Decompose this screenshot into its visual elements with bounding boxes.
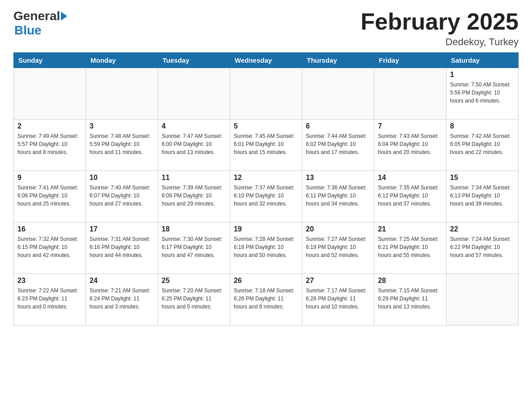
day-number: 2 (17, 122, 82, 130)
calendar-cell (302, 68, 374, 120)
calendar-cell: 19Sunrise: 7:28 AM Sunset: 6:18 PM Dayli… (230, 223, 302, 274)
day-info: Sunrise: 7:37 AM Sunset: 6:10 PM Dayligh… (234, 184, 298, 208)
day-number: 27 (306, 277, 370, 285)
day-info: Sunrise: 7:49 AM Sunset: 5:57 PM Dayligh… (17, 132, 82, 156)
calendar-week-row: 23Sunrise: 7:22 AM Sunset: 6:23 PM Dayli… (14, 274, 519, 325)
day-number: 3 (90, 122, 154, 130)
day-header-wednesday: Wednesday (230, 53, 302, 68)
calendar-cell: 24Sunrise: 7:21 AM Sunset: 6:24 PM Dayli… (86, 274, 158, 325)
day-header-friday: Friday (374, 53, 446, 68)
calendar-cell: 9Sunrise: 7:41 AM Sunset: 6:06 PM Daylig… (14, 171, 86, 223)
day-number: 28 (378, 277, 442, 285)
calendar-cell: 13Sunrise: 7:36 AM Sunset: 6:11 PM Dayli… (302, 171, 374, 223)
day-number: 25 (162, 277, 226, 285)
day-number: 12 (234, 174, 298, 182)
calendar-cell (158, 68, 230, 120)
day-number: 10 (90, 174, 154, 182)
calendar-cell: 8Sunrise: 7:42 AM Sunset: 6:05 PM Daylig… (446, 120, 519, 171)
day-info: Sunrise: 7:27 AM Sunset: 6:19 PM Dayligh… (306, 235, 370, 259)
calendar-cell (446, 274, 519, 325)
day-number: 8 (450, 122, 515, 130)
day-info: Sunrise: 7:40 AM Sunset: 6:07 PM Dayligh… (90, 184, 154, 208)
day-number: 17 (90, 225, 154, 233)
day-header-tuesday: Tuesday (158, 53, 230, 68)
day-info: Sunrise: 7:44 AM Sunset: 6:02 PM Dayligh… (306, 132, 370, 156)
day-info: Sunrise: 7:39 AM Sunset: 6:09 PM Dayligh… (162, 184, 226, 208)
day-info: Sunrise: 7:47 AM Sunset: 6:00 PM Dayligh… (162, 132, 226, 156)
day-info: Sunrise: 7:15 AM Sunset: 6:29 PM Dayligh… (378, 287, 442, 311)
calendar-cell: 7Sunrise: 7:43 AM Sunset: 6:04 PM Daylig… (374, 120, 446, 171)
day-number: 26 (234, 277, 298, 285)
day-info: Sunrise: 7:22 AM Sunset: 6:23 PM Dayligh… (17, 287, 82, 311)
calendar-cell: 21Sunrise: 7:25 AM Sunset: 6:21 PM Dayli… (374, 223, 446, 274)
calendar-cell: 26Sunrise: 7:18 AM Sunset: 6:26 PM Dayli… (230, 274, 302, 325)
logo-arrow-icon (61, 12, 67, 21)
day-number: 24 (90, 277, 154, 285)
calendar-cell: 5Sunrise: 7:45 AM Sunset: 6:01 PM Daylig… (230, 120, 302, 171)
calendar-cell (14, 68, 86, 120)
calendar-cell: 6Sunrise: 7:44 AM Sunset: 6:02 PM Daylig… (302, 120, 374, 171)
logo-text: General (13, 9, 67, 23)
day-number: 1 (450, 71, 515, 79)
day-number: 6 (306, 122, 370, 130)
calendar-cell (230, 68, 302, 120)
day-number: 13 (306, 174, 370, 182)
day-info: Sunrise: 7:28 AM Sunset: 6:18 PM Dayligh… (234, 235, 298, 259)
calendar-cell (86, 68, 158, 120)
day-info: Sunrise: 7:31 AM Sunset: 6:16 PM Dayligh… (90, 235, 154, 259)
calendar-cell: 11Sunrise: 7:39 AM Sunset: 6:09 PM Dayli… (158, 171, 230, 223)
calendar-table: SundayMondayTuesdayWednesdayThursdayFrid… (13, 52, 519, 325)
calendar-cell: 3Sunrise: 7:48 AM Sunset: 5:59 PM Daylig… (86, 120, 158, 171)
day-number: 4 (162, 122, 226, 130)
calendar-title: February 2025 (360, 9, 519, 34)
calendar-cell: 18Sunrise: 7:30 AM Sunset: 6:17 PM Dayli… (158, 223, 230, 274)
calendar-week-row: 9Sunrise: 7:41 AM Sunset: 6:06 PM Daylig… (14, 171, 519, 223)
logo: General Blue (13, 9, 67, 38)
logo-general: General (13, 9, 60, 23)
day-info: Sunrise: 7:43 AM Sunset: 6:04 PM Dayligh… (378, 132, 442, 156)
calendar-week-row: 1Sunrise: 7:50 AM Sunset: 5:56 PM Daylig… (14, 68, 519, 120)
day-number: 16 (17, 225, 82, 233)
title-section: February 2025 Dedekoy, Turkey (360, 9, 519, 48)
logo-blue: Blue (14, 23, 42, 38)
day-info: Sunrise: 7:36 AM Sunset: 6:11 PM Dayligh… (306, 184, 370, 208)
calendar-cell: 28Sunrise: 7:15 AM Sunset: 6:29 PM Dayli… (374, 274, 446, 325)
day-info: Sunrise: 7:34 AM Sunset: 6:13 PM Dayligh… (450, 184, 515, 208)
calendar-cell: 22Sunrise: 7:24 AM Sunset: 6:22 PM Dayli… (446, 223, 519, 274)
day-number: 15 (450, 174, 515, 182)
day-info: Sunrise: 7:45 AM Sunset: 6:01 PM Dayligh… (234, 132, 298, 156)
day-info: Sunrise: 7:32 AM Sunset: 6:15 PM Dayligh… (17, 235, 82, 259)
day-info: Sunrise: 7:17 AM Sunset: 6:28 PM Dayligh… (306, 287, 370, 311)
calendar-cell: 12Sunrise: 7:37 AM Sunset: 6:10 PM Dayli… (230, 171, 302, 223)
day-header-saturday: Saturday (446, 53, 519, 68)
calendar-cell: 16Sunrise: 7:32 AM Sunset: 6:15 PM Dayli… (14, 223, 86, 274)
day-number: 19 (234, 225, 298, 233)
day-info: Sunrise: 7:42 AM Sunset: 6:05 PM Dayligh… (450, 132, 515, 156)
day-number: 21 (378, 225, 442, 233)
calendar-cell: 10Sunrise: 7:40 AM Sunset: 6:07 PM Dayli… (86, 171, 158, 223)
day-info: Sunrise: 7:50 AM Sunset: 5:56 PM Dayligh… (450, 81, 515, 105)
day-number: 5 (234, 122, 298, 130)
calendar-cell: 14Sunrise: 7:35 AM Sunset: 6:12 PM Dayli… (374, 171, 446, 223)
day-number: 23 (17, 277, 82, 285)
day-number: 18 (162, 225, 226, 233)
day-info: Sunrise: 7:35 AM Sunset: 6:12 PM Dayligh… (378, 184, 442, 208)
calendar-subtitle: Dedekoy, Turkey (360, 36, 519, 48)
day-number: 7 (378, 122, 442, 130)
calendar-cell: 4Sunrise: 7:47 AM Sunset: 6:00 PM Daylig… (158, 120, 230, 171)
day-info: Sunrise: 7:48 AM Sunset: 5:59 PM Dayligh… (90, 132, 154, 156)
calendar-cell: 20Sunrise: 7:27 AM Sunset: 6:19 PM Dayli… (302, 223, 374, 274)
calendar-cell: 27Sunrise: 7:17 AM Sunset: 6:28 PM Dayli… (302, 274, 374, 325)
day-info: Sunrise: 7:18 AM Sunset: 6:26 PM Dayligh… (234, 287, 298, 311)
day-info: Sunrise: 7:30 AM Sunset: 6:17 PM Dayligh… (162, 235, 226, 259)
calendar-cell: 15Sunrise: 7:34 AM Sunset: 6:13 PM Dayli… (446, 171, 519, 223)
day-number: 22 (450, 225, 515, 233)
calendar-cell: 2Sunrise: 7:49 AM Sunset: 5:57 PM Daylig… (14, 120, 86, 171)
day-info: Sunrise: 7:20 AM Sunset: 6:25 PM Dayligh… (162, 287, 226, 311)
calendar-cell: 17Sunrise: 7:31 AM Sunset: 6:16 PM Dayli… (86, 223, 158, 274)
calendar-week-row: 2Sunrise: 7:49 AM Sunset: 5:57 PM Daylig… (14, 120, 519, 171)
day-header-monday: Monday (86, 53, 158, 68)
page-header: General Blue February 2025 Dedekoy, Turk… (13, 9, 519, 48)
calendar-cell: 23Sunrise: 7:22 AM Sunset: 6:23 PM Dayli… (14, 274, 86, 325)
calendar-cell: 25Sunrise: 7:20 AM Sunset: 6:25 PM Dayli… (158, 274, 230, 325)
